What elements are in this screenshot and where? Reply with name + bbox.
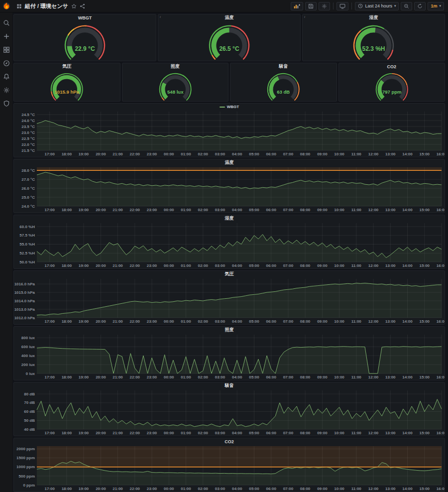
svg-text:08:00: 08:00: [300, 487, 311, 491]
wbgt-chart[interactable]: 24.5 °C24.0 °C23.5 °C23.0 °C22.5 °C22.0 …: [14, 110, 445, 157]
panel-info-icon[interactable]: i: [160, 15, 161, 19]
nav-separator: [333, 2, 334, 9]
svg-text:15:00: 15:00: [420, 208, 430, 212]
panel-info-icon[interactable]: i: [304, 15, 305, 19]
panel-title[interactable]: 湿度: [303, 14, 445, 21]
svg-text:70 dB: 70 dB: [24, 400, 35, 405]
svg-text:63 dB: 63 dB: [277, 89, 290, 95]
temperature-chart[interactable]: 28.0 °C27.0 °C26.0 °C25.0 °C24.0 °C17:00…: [14, 166, 445, 213]
svg-text:18:00: 18:00: [62, 375, 72, 379]
dashboard-grid: WBGT 22.9 °C i 温度 26.5 °C i 湿度 52.3 %H 気…: [12, 12, 446, 492]
co2-gauge: 797 ppm: [339, 70, 445, 101]
svg-text:16:00: 16:00: [437, 487, 445, 491]
svg-text:19:00: 19:00: [79, 375, 89, 379]
panel-co2-gauge: CO2 797 ppm: [338, 63, 446, 102]
panel-title[interactable]: 湿度: [14, 215, 445, 222]
configuration-gear-icon[interactable]: [3, 87, 10, 94]
svg-text:10:00: 10:00: [334, 208, 344, 212]
svg-text:10:00: 10:00: [334, 431, 344, 435]
svg-text:11:00: 11:00: [351, 319, 362, 324]
panel-title[interactable]: 気圧: [14, 271, 445, 277]
panel-noise-timeseries: 騒音 80 dB70 dB60 dB50 dB40 dB17:0018:0019…: [13, 382, 445, 436]
dashboard-settings-button[interactable]: [319, 2, 330, 10]
svg-text:00:00: 00:00: [164, 152, 174, 156]
panel-title[interactable]: CO2: [14, 438, 445, 445]
save-dashboard-button[interactable]: [305, 2, 317, 10]
cycle-view-mode-button[interactable]: [336, 2, 348, 10]
panel-title[interactable]: 気圧: [14, 63, 120, 70]
clock-icon: [358, 3, 363, 8]
co2-chart[interactable]: 2000 ppm1500 ppm1000 ppm500 ppm0 ppm17:0…: [14, 445, 445, 492]
panel-title[interactable]: 騒音: [230, 63, 336, 70]
svg-text:02:00: 02:00: [198, 319, 209, 324]
wbgt-gauge: 22.9 °C: [14, 21, 156, 60]
svg-text:09:00: 09:00: [317, 152, 328, 156]
zoom-out-icon: [404, 3, 409, 9]
breadcrumb[interactable]: 組付 / 環境センサ: [25, 2, 68, 10]
svg-text:200 lux: 200 lux: [21, 363, 35, 367]
time-range-picker[interactable]: Last 24 hours ▾: [355, 2, 399, 10]
svg-text:22.9 °C: 22.9 °C: [75, 45, 95, 52]
sidebar: [0, 12, 12, 492]
svg-text:17:00: 17:00: [44, 375, 55, 379]
zoom-out-button[interactable]: [401, 2, 412, 10]
svg-text:548 lux: 548 lux: [167, 89, 184, 95]
alerting-bell-icon[interactable]: [3, 73, 10, 80]
create-plus-icon[interactable]: [3, 33, 10, 40]
panel-noise-gauge: 騒音 63 dB: [230, 63, 337, 102]
svg-text:21:00: 21:00: [112, 208, 123, 212]
dashboards-grid-icon[interactable]: [3, 46, 10, 53]
illuminance-chart[interactable]: 800 lux600 lux400 lux200 lux0 lux17:0018…: [14, 333, 445, 380]
refresh-interval-dropdown[interactable]: 1m ▾: [428, 2, 444, 10]
svg-text:23:00: 23:00: [147, 152, 157, 156]
grafana-logo[interactable]: [0, 0, 12, 12]
humidity-chart[interactable]: 60.0 %H57.5 %H55.0 %H52.5 %H50.0 %H17:00…: [14, 222, 445, 268]
svg-text:03:00: 03:00: [215, 319, 225, 324]
svg-text:17:00: 17:00: [44, 431, 55, 435]
server-admin-shield-icon[interactable]: [3, 100, 10, 107]
legend[interactable]: WBGT: [14, 104, 445, 110]
noise-chart[interactable]: 80 dB70 dB60 dB50 dB40 dB17:0018:0019:00…: [14, 389, 445, 436]
svg-text:02:00: 02:00: [198, 431, 209, 435]
panel-title[interactable]: CO2: [339, 63, 445, 70]
svg-text:02:00: 02:00: [198, 375, 209, 379]
svg-text:16:00: 16:00: [437, 375, 445, 379]
svg-text:21:00: 21:00: [112, 431, 123, 435]
pressure-chart[interactable]: 1016.0 hPa1015.0 hPa1014.0 hPa1013.0 hPa…: [14, 277, 445, 324]
svg-text:21.5 °C: 21.5 °C: [21, 148, 35, 153]
panel-title[interactable]: 照度: [122, 63, 228, 70]
svg-text:09:00: 09:00: [317, 319, 328, 324]
panel-wbgt-timeseries: WBGT 24.5 °C24.0 °C23.5 °C23.0 °C22.5 °C…: [13, 103, 445, 157]
refresh-button[interactable]: [414, 2, 426, 10]
search-icon[interactable]: [3, 19, 10, 26]
svg-text:1500 ppm: 1500 ppm: [16, 456, 35, 460]
share-icon[interactable]: [80, 3, 85, 9]
explore-compass-icon[interactable]: [3, 60, 10, 67]
add-panel-button[interactable]: [291, 2, 303, 10]
panel-illuminance-gauge: 照度 548 lux: [122, 63, 229, 102]
svg-text:14:00: 14:00: [402, 152, 413, 156]
panel-illuminance-timeseries: 照度 800 lux600 lux400 lux200 lux0 lux17:0…: [13, 326, 445, 380]
svg-text:22:00: 22:00: [130, 375, 140, 379]
panel-title[interactable]: 照度: [14, 327, 445, 333]
panel-title[interactable]: 温度: [158, 14, 300, 21]
svg-text:01:00: 01:00: [181, 431, 191, 435]
refresh-icon: [417, 3, 423, 9]
svg-text:08:00: 08:00: [300, 208, 311, 212]
panel-title[interactable]: 騒音: [14, 382, 445, 389]
svg-text:20:00: 20:00: [96, 375, 106, 379]
panel-title[interactable]: WBGT: [14, 14, 156, 21]
star-icon[interactable]: [71, 3, 77, 9]
svg-text:0 lux: 0 lux: [26, 371, 35, 376]
svg-text:10:00: 10:00: [334, 375, 344, 379]
svg-text:14:00: 14:00: [402, 375, 413, 379]
svg-text:11:00: 11:00: [351, 208, 362, 212]
svg-text:14:00: 14:00: [402, 208, 413, 212]
panel-co2-timeseries: CO2 2000 ppm1500 ppm1000 ppm500 ppm0 ppm…: [13, 438, 445, 492]
settings-gear-icon: [322, 3, 327, 9]
svg-text:400 lux: 400 lux: [21, 354, 35, 358]
svg-text:10:00: 10:00: [334, 152, 344, 156]
panel-title[interactable]: 温度: [14, 159, 445, 166]
svg-text:1013.0 hPa: 1013.0 hPa: [14, 307, 35, 312]
svg-text:02:00: 02:00: [198, 263, 209, 268]
